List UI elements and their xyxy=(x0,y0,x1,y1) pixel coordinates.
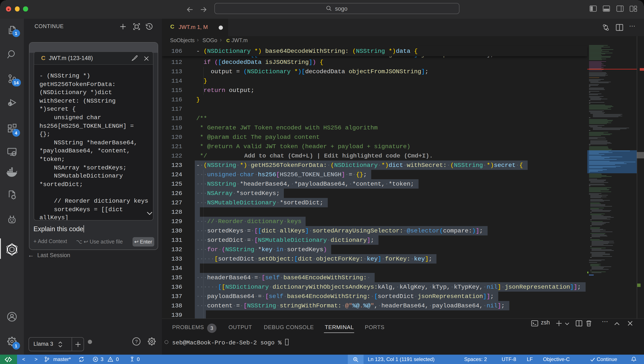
svg-text:?: ? xyxy=(135,339,138,344)
